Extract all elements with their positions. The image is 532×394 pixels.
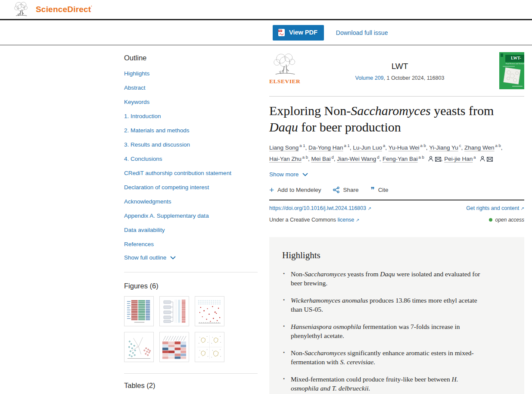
author[interactable]: Mei Baid: [311, 156, 337, 162]
email-icon: [435, 157, 441, 162]
journal-issue-line: Volume 209, 1 October 2024, 116803: [300, 75, 499, 81]
rights-and-content-link[interactable]: Get rights and content ↗: [466, 205, 524, 211]
article-column: ELSEVIER LWT Volume 209, 1 October 2024,…: [269, 45, 524, 394]
show-more-button[interactable]: Show more: [269, 171, 524, 178]
highlights-title: Highlights: [282, 250, 511, 261]
add-to-mendeley-label: Add to Mendeley: [277, 187, 321, 193]
outline-list-item: 3. Results and discussion: [124, 141, 269, 148]
outline-link[interactable]: Acknowledgments: [124, 198, 171, 205]
outline-link[interactable]: CRediT authorship contribution statement: [124, 169, 231, 177]
outline-link[interactable]: Appendix A. Supplementary data: [124, 212, 209, 219]
author-icons: [426, 156, 441, 162]
highlight-text: Wickerhamomyces anomalus produces 13.86 …: [291, 297, 477, 313]
outline-link[interactable]: Data availability: [124, 226, 165, 234]
outline-list-item: Declaration of competing interest: [124, 183, 269, 191]
share-button[interactable]: Share: [333, 187, 358, 193]
svg-text:PDF: PDF: [279, 30, 282, 32]
author[interactable]: Zhang Wena b: [464, 144, 503, 151]
outline-link[interactable]: Highlights: [124, 70, 149, 77]
author-name[interactable]: Zhang Wen: [464, 144, 495, 151]
external-link-icon: ↗: [367, 206, 371, 211]
cite-button[interactable]: ❞ Cite: [370, 187, 388, 193]
add-to-mendeley-button[interactable]: + Add to Mendeley: [269, 187, 321, 193]
author-name[interactable]: Yi-Jiang Yu: [429, 144, 458, 151]
article-divider: [269, 200, 524, 200]
author[interactable]: Yu-Hua Weia b: [389, 144, 429, 151]
outline-list-item: Keywords: [124, 98, 269, 106]
figure-thumbnail-5[interactable]: [159, 332, 189, 362]
figure-thumbnail-4[interactable]: +: [124, 332, 154, 362]
author-name[interactable]: Lu-Jun Luo: [353, 144, 382, 151]
author-name[interactable]: Yu-Hua Wei: [389, 144, 420, 151]
open-access-dot-icon: [489, 218, 492, 222]
author-name[interactable]: Jian-Wei Wang: [337, 156, 376, 162]
highlight-item: Wickerhamomyces anomalus produces 13.86 …: [282, 296, 484, 314]
figure-thumbnail-3[interactable]: [195, 296, 224, 326]
tables-title: Tables (2): [124, 381, 269, 390]
author[interactable]: Pei-jie Hana: [444, 156, 492, 162]
outline-link[interactable]: 2. Materials and methods: [124, 127, 190, 134]
license-link[interactable]: license ↗: [337, 217, 359, 223]
journal-header-divider: [269, 96, 524, 97]
outline-link[interactable]: Keywords: [124, 98, 149, 106]
view-pdf-button[interactable]: PDF View PDF: [273, 25, 324, 41]
outline-list: Highlights Abstract Keywords 1. Introduc…: [124, 69, 269, 248]
external-link-icon: ↗: [521, 206, 524, 211]
author-affiliation-sup: a 1: [344, 143, 350, 148]
brand-trademark: ’: [91, 5, 92, 9]
brand-sciencedirect[interactable]: ScienceDirect’: [36, 5, 92, 14]
author-affiliation-sup: a b: [420, 143, 426, 148]
outline-link[interactable]: 3. Results and discussion: [124, 141, 190, 148]
author-name[interactable]: Hai-Yan Zhu: [269, 156, 302, 162]
email-icon: [487, 157, 493, 162]
svg-text:Food Science and Technology: Food Science and Technology: [506, 63, 524, 65]
outline-list-item: CRediT authorship contribution statement: [124, 169, 269, 177]
journal-info: LWT Volume 209, 1 October 2024, 116803: [300, 52, 499, 81]
outline-link[interactable]: Declaration of competing interest: [124, 184, 209, 191]
outline-link[interactable]: Abstract: [124, 84, 146, 91]
elsevier-wordmark: ELSEVIER: [269, 78, 300, 85]
outline-link[interactable]: 1. Introduction: [124, 113, 161, 120]
journal-name-link[interactable]: LWT: [300, 62, 499, 71]
sidebar-divider-2: [124, 373, 258, 374]
cite-quote-icon: ❞: [370, 188, 374, 193]
outline-link[interactable]: 4. Conclusions: [124, 155, 162, 163]
volume-link[interactable]: Volume 209: [355, 75, 384, 81]
author-name[interactable]: Liang Song: [269, 144, 299, 151]
author[interactable]: Feng-Yan Baia b: [383, 156, 444, 162]
highlight-item: Non-Saccharomyces significantly enhance …: [282, 348, 484, 366]
outline-title: Outline: [124, 54, 269, 62]
doi-link[interactable]: https://doi.org/10.1016/j.lwt.2024.11680…: [269, 205, 371, 211]
author[interactable]: Jian-Wei Wangd: [337, 156, 383, 162]
elsevier-tree-icon: [271, 52, 299, 78]
highlight-item: Hanseniaspora osmophila fermentation was…: [282, 322, 484, 340]
author-name[interactable]: Mei Bai: [311, 156, 331, 162]
elsevier-logo-link[interactable]: ELSEVIER: [269, 52, 300, 85]
outline-list-item: Data availability: [124, 226, 269, 234]
figure-thumbnail-1[interactable]: [124, 296, 154, 326]
top-brand-bar: ScienceDirect’: [0, 0, 532, 20]
author[interactable]: Lu-Jun Luoa: [353, 144, 388, 151]
author-name[interactable]: Pei-jie Han: [444, 156, 473, 162]
show-full-outline-button[interactable]: Show full outline: [124, 254, 269, 261]
author[interactable]: Hai-Yan Zhua b: [269, 156, 311, 162]
journal-cover-image[interactable]: LWT- Food Science and Technology: [499, 52, 524, 89]
author[interactable]: Yi-Jiang Yuc: [429, 144, 464, 151]
figure-thumbnail-2[interactable]: [159, 296, 189, 326]
license-text: Under a Creative Commons license ↗: [269, 217, 359, 223]
outline-link[interactable]: References: [124, 241, 154, 248]
author[interactable]: Liang Songa 1: [269, 144, 308, 151]
plus-icon: +: [269, 187, 274, 193]
elsevier-tree-icon[interactable]: [12, 1, 30, 18]
author-name[interactable]: Feng-Yan Bai: [383, 156, 418, 162]
author-name[interactable]: Da-Yong Han: [308, 144, 343, 151]
outline-list-item: Appendix A. Supplementary data: [124, 212, 269, 219]
figure-thumbnail-6[interactable]: [195, 332, 224, 362]
outline-list-item: Acknowledgments: [124, 197, 269, 205]
doi-rights-row: https://doi.org/10.1016/j.lwt.2024.11680…: [269, 205, 524, 211]
license-row: Under a Creative Commons license ↗ open …: [269, 217, 524, 223]
download-full-issue-link[interactable]: Download full issue: [336, 29, 388, 36]
figures-grid: +: [124, 296, 258, 362]
outline-list-item: Highlights: [124, 69, 269, 77]
author[interactable]: Da-Yong Hana 1: [308, 144, 353, 151]
